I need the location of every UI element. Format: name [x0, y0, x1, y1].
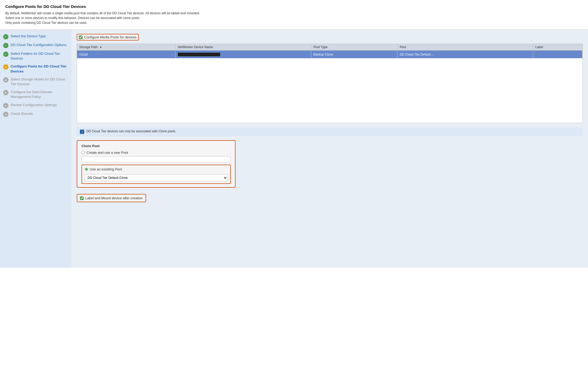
sidebar-item-select-device-type[interactable]: ✓Select the Device Type: [3, 34, 68, 39]
th-storage-path[interactable]: Storage Path ▼: [77, 44, 176, 51]
new-pool-radio[interactable]: [82, 151, 85, 154]
new-pool-input[interactable]: [82, 156, 231, 162]
configure-media-pools-checkbox[interactable]: [79, 35, 83, 39]
cell-pool-type: Backup Clone: [311, 51, 397, 58]
table-header-row: Storage Path ▼ NetWorker Device Name Poo…: [77, 44, 582, 51]
sidebar-icon-yellow: ●: [3, 64, 8, 70]
sidebar: ✓Select the Device Type✓DD Cloud Tier Co…: [0, 30, 71, 268]
info-icon: i: [80, 130, 84, 134]
top-section: Configure Pools for DD Cloud Tier Device…: [0, 0, 588, 30]
devices-table: Storage Path ▼ NetWorker Device Name Poo…: [77, 44, 582, 58]
table-row[interactable]: /cloud Backup Clone DD Cloud Tier Defaul…: [77, 51, 582, 58]
sidebar-item-check-results: ●Check Results: [3, 111, 68, 117]
label-mount-row: Label and Mount device after creation: [77, 194, 146, 202]
info-message: DD Cloud Tier devices can only be associ…: [86, 129, 176, 133]
sidebar-label-review-config: Review Configuration Settings: [11, 103, 57, 107]
clone-pool-title: Clone Pool: [82, 144, 231, 148]
sort-arrow-icon: ▼: [99, 46, 102, 49]
sidebar-item-dd-cloud-config[interactable]: ✓DD Cloud Tier Configuration Options: [3, 43, 68, 48]
sidebar-icon-green: ✓: [3, 34, 8, 39]
sidebar-label-select-storage-nodes: Select Storage Nodes for DD Cloud Tier D…: [11, 77, 68, 87]
cell-label: ✓: [533, 51, 582, 58]
content-area: Configure Media Pools for devices Storag…: [71, 30, 588, 268]
sidebar-icon-gray: ●: [3, 90, 8, 95]
sidebar-icon-gray: ●: [3, 77, 8, 83]
redacted-device-name: [178, 53, 220, 56]
sidebar-label-check-results: Check Results: [11, 111, 33, 116]
label-mount-label: Label and Mount device after creation: [85, 196, 143, 200]
configure-media-pools-row: Configure Media Pools for devices: [77, 34, 583, 40]
use-existing-radio[interactable]: [85, 168, 88, 171]
cell-networker-device: [176, 51, 311, 58]
main-layout: ✓Select the Device Type✓DD Cloud Tier Co…: [0, 30, 588, 268]
cell-pool: DD Cloud Tier Default ...: [397, 51, 533, 58]
th-networker-device[interactable]: NetWorker Device Name: [176, 44, 311, 51]
sidebar-item-select-storage-nodes: ●Select Storage Nodes for DD Cloud Tier …: [3, 77, 68, 87]
use-existing-section: Use an exisiting Pool DD Cloud Tier Defa…: [82, 165, 231, 184]
configure-media-pools-text: Configure Media Pools for devices: [84, 35, 137, 39]
sidebar-label-configure-data-domain: Configure the Data Domain Management Pol…: [11, 90, 68, 99]
devices-table-wrapper: Storage Path ▼ NetWorker Device Name Poo…: [77, 44, 583, 123]
new-pool-radio-label[interactable]: Create and use a new Pool: [87, 151, 128, 155]
sidebar-label-dd-cloud-config: DD Cloud Tier Configuration Options: [11, 43, 66, 47]
sidebar-item-select-folders[interactable]: ✓Select Folders for DD Cloud Tier Device…: [3, 51, 68, 61]
table-body: /cloud Backup Clone DD Cloud Tier Defaul…: [77, 51, 582, 58]
new-pool-radio-row: Create and use a new Pool: [82, 151, 231, 155]
th-pool[interactable]: Pool: [397, 44, 533, 51]
cell-storage-path: /cloud: [77, 51, 176, 58]
th-pool-type[interactable]: Pool Type: [311, 44, 397, 51]
use-existing-radio-row: Use an exisiting Pool: [85, 167, 228, 171]
description-2: Select one or more devices to modify thi…: [5, 16, 583, 20]
configure-media-pools-label[interactable]: Configure Media Pools for devices: [77, 34, 139, 40]
sidebar-item-configure-pools[interactable]: ●Configure Pools for DD Cloud Tier Devic…: [3, 64, 68, 74]
sidebar-label-select-device-type: Select the Device Type: [11, 34, 46, 39]
page-title: Configure Pools for DD Cloud Tier Device…: [5, 4, 583, 9]
clone-pool-section: Clone Pool Create and use a new Pool Use…: [77, 140, 236, 188]
description-1: By default, NetWorker will create a sing…: [5, 11, 583, 16]
sidebar-icon-gray: ●: [3, 112, 8, 117]
sidebar-item-review-config: ●Review Configuration Settings: [3, 103, 68, 108]
info-box: i DD Cloud Tier devices can only be asso…: [77, 127, 583, 136]
sidebar-item-configure-data-domain: ●Configure the Data Domain Management Po…: [3, 90, 68, 99]
existing-pool-select[interactable]: DD Cloud Tier Default Clone: [85, 174, 228, 181]
label-mount-checkbox[interactable]: [80, 196, 84, 200]
sidebar-icon-green: ✓: [3, 52, 8, 57]
description-3: Only pools containing DD Cloud Tier devi…: [5, 20, 583, 25]
use-existing-radio-label[interactable]: Use an exisiting Pool: [90, 167, 122, 171]
th-label[interactable]: Label: [533, 44, 582, 51]
sidebar-label-select-folders: Select Folders for DD Cloud Tier Devices: [11, 51, 68, 61]
sidebar-icon-green: ✓: [3, 43, 8, 48]
sidebar-icon-gray: ●: [3, 103, 8, 108]
sidebar-label-configure-pools: Configure Pools for DD Cloud Tier Device…: [11, 64, 68, 74]
